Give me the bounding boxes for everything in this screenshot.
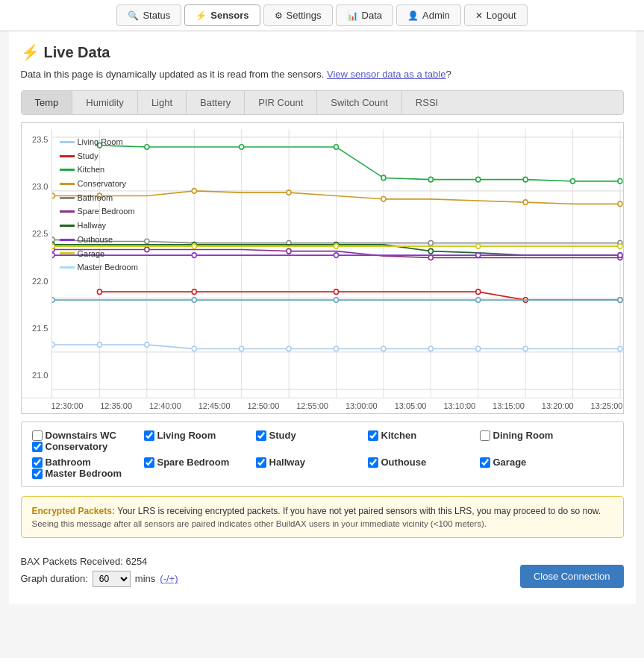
tab-humidity[interactable]: Humidity <box>72 91 138 114</box>
svg-point-19 <box>97 342 101 348</box>
gear-icon: ⚙ <box>275 10 283 21</box>
nav-status[interactable]: 🔍 Status <box>116 4 181 26</box>
tab-battery[interactable]: Battery <box>187 91 245 114</box>
svg-point-77 <box>617 244 622 249</box>
duration-adjust-link[interactable]: (-/+) <box>160 570 178 587</box>
svg-point-40 <box>52 193 54 198</box>
svg-point-44 <box>381 197 385 202</box>
legend-color-living-room <box>60 141 75 143</box>
svg-point-75 <box>334 244 338 249</box>
svg-point-81 <box>475 298 480 303</box>
svg-point-21 <box>192 346 196 351</box>
legend-color-hallway <box>60 225 75 227</box>
legend-color-master-bedroom <box>60 266 75 269</box>
chart-plot-area: Living Room Study Kitchen Conservatory <box>51 129 623 398</box>
checkbox-garage: Garage <box>480 457 584 468</box>
tab-rssi[interactable]: RSSI <box>402 91 451 114</box>
duration-select[interactable]: 60 30 120 <box>93 571 131 587</box>
legend-spare-bedroom: Spare Bedroom <box>60 204 138 219</box>
nav-settings[interactable]: ⚙ Settings <box>263 4 333 26</box>
nav-sensors[interactable]: ⚡ Sensors <box>184 4 260 26</box>
close-icon: ✕ <box>475 10 483 21</box>
checkbox-conservatory-input[interactable] <box>32 442 43 452</box>
svg-point-38 <box>570 179 575 184</box>
legend-color-bathroom <box>60 197 75 199</box>
checkbox-master-bedroom-input[interactable] <box>32 469 43 479</box>
legend-kitchen: Kitchen <box>60 163 138 177</box>
footer-section: BAX Packets Received: 6254 Graph duratio… <box>21 548 624 592</box>
checkbox-hallway: Hallway <box>256 457 360 468</box>
checkbox-kitchen-input[interactable] <box>368 430 378 441</box>
user-icon: 👤 <box>407 10 419 21</box>
checkbox-section: Downstairs WC Living Room Study Kitchen … <box>21 422 624 487</box>
chart-inner: 23.5 23.0 22.5 22.0 21.5 21.0 Living Roo… <box>22 129 623 398</box>
tab-light[interactable]: Light <box>138 91 187 114</box>
search-icon: 🔍 <box>128 10 139 21</box>
svg-point-74 <box>192 244 196 249</box>
svg-point-76 <box>475 244 480 249</box>
warning-box: Encrypted Packets: Your LRS is receiving… <box>21 496 624 538</box>
svg-point-78 <box>52 298 54 303</box>
checkbox-bathroom-input[interactable] <box>32 457 43 468</box>
checkbox-hallway-input[interactable] <box>256 457 266 468</box>
svg-point-54 <box>287 248 291 254</box>
footer-left: BAX Packets Received: 6254 Graph duratio… <box>21 553 178 588</box>
svg-point-65 <box>475 253 480 258</box>
tab-temp[interactable]: Temp <box>22 91 73 114</box>
legend-living-room: Living Room <box>60 135 138 149</box>
nav-data[interactable]: 📊 Data <box>336 4 393 26</box>
checkbox-kitchen: Kitchen <box>368 430 472 441</box>
legend-master-bedroom: Master Bedroom <box>60 260 138 275</box>
legend-color-garage <box>60 252 75 254</box>
svg-point-24 <box>334 346 338 351</box>
warning-title: Encrypted Packets: Your LRS is receiving… <box>32 506 613 516</box>
checkbox-study: Study <box>256 430 360 441</box>
checkbox-outhouse-input[interactable] <box>368 457 378 468</box>
y-axis: 23.5 23.0 22.5 22.0 21.5 21.0 <box>22 129 51 398</box>
checkbox-outhouse: Outhouse <box>368 457 472 468</box>
svg-point-26 <box>428 346 433 351</box>
tab-switch-count[interactable]: Switch Count <box>317 91 402 114</box>
checkbox-study-input[interactable] <box>256 430 266 441</box>
nav-admin[interactable]: 👤 Admin <box>396 4 461 26</box>
svg-point-55 <box>428 255 433 260</box>
x-axis: 12:30:00 12:35:00 12:40:00 12:45:00 12:5… <box>22 398 623 413</box>
nav-logout[interactable]: ✕ Logout <box>464 4 528 26</box>
svg-point-25 <box>381 346 385 351</box>
page-subtitle: Data in this page is dynamically updated… <box>21 69 624 80</box>
legend-color-kitchen <box>60 169 75 171</box>
checkbox-downstairs-wc-input[interactable] <box>32 430 43 441</box>
nav-bar: 🔍 Status ⚡ Sensors ⚙ Settings 📊 Data 👤 A… <box>0 0 644 31</box>
svg-point-73 <box>52 244 54 249</box>
svg-point-36 <box>475 177 480 182</box>
svg-point-68 <box>192 289 196 295</box>
svg-point-33 <box>334 145 338 150</box>
legend-outhouse: Outhouse <box>60 233 138 247</box>
svg-point-70 <box>475 289 480 295</box>
view-table-link[interactable]: View sensor data as a table <box>327 69 446 80</box>
checkbox-conservatory: Conservatory <box>32 441 137 452</box>
svg-point-62 <box>52 253 54 258</box>
title-icon: ⚡ <box>21 43 40 61</box>
tab-bar: Temp Humidity Light Battery PIR Count Sw… <box>21 90 624 115</box>
svg-point-66 <box>617 253 622 258</box>
page-title: ⚡ Live Data <box>21 43 624 61</box>
graph-duration: Graph duration: 60 30 120 mins (-/+) <box>21 570 178 587</box>
checkbox-living-room-input[interactable] <box>144 430 154 441</box>
close-connection-button[interactable]: Close Connection <box>520 565 624 588</box>
lightning-icon: ⚡ <box>196 10 207 21</box>
checkbox-downstairs-wc: Downstairs WC <box>32 430 137 441</box>
legend-hallway: Hallway <box>60 219 138 233</box>
legend-conservatory: Conservatory <box>60 177 138 191</box>
chart-icon: 📊 <box>347 10 358 21</box>
svg-point-50 <box>428 240 433 245</box>
legend-bathroom: Bathroom <box>60 191 138 205</box>
checkbox-dining-room-input[interactable] <box>480 430 490 441</box>
svg-point-31 <box>144 145 149 150</box>
checkbox-spare-bedroom-input[interactable] <box>144 457 154 468</box>
checkbox-garage-input[interactable] <box>480 457 490 468</box>
checkbox-master-bedroom: Master Bedroom <box>32 468 137 479</box>
svg-point-32 <box>239 145 243 150</box>
tab-pir-count[interactable]: PIR Count <box>245 91 317 114</box>
checkbox-bathroom: Bathroom <box>32 457 137 468</box>
